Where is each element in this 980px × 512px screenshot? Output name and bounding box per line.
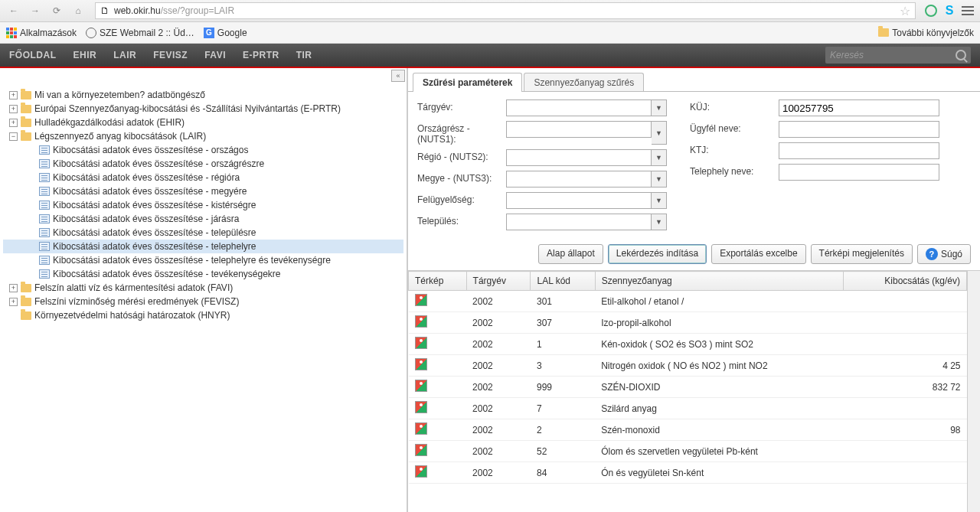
col-pollutant[interactable]: Szennyezőanyag — [595, 272, 843, 291]
cell-code: 7 — [531, 398, 595, 419]
dropdown-icon[interactable]: ▼ — [652, 192, 667, 209]
nav-lair[interactable]: LAIR — [113, 50, 136, 60]
expand-icon[interactable]: + — [9, 105, 18, 113]
map-pin-icon[interactable] — [415, 315, 427, 328]
report-icon — [39, 228, 50, 237]
dropdown-icon[interactable]: ▼ — [652, 214, 667, 230]
col-lal[interactable]: LAL kód — [531, 272, 595, 291]
bookmark-star-icon[interactable]: ☆ — [900, 4, 910, 18]
table-row[interactable]: 20023Nitrogén oxidok ( NO és NO2 ) mint … — [409, 355, 967, 377]
map-pin-icon[interactable] — [415, 337, 427, 349]
tree-item[interactable]: +Hulladékgazdálkodási adatok (EHIR) — [3, 116, 403, 129]
collapse-icon[interactable]: − — [9, 132, 18, 141]
cell-code: 84 — [531, 462, 595, 484]
tree-leaf-selected[interactable]: Kibocsátási adatok éves összesítése - te… — [3, 240, 403, 253]
tree-item[interactable]: +Felszín alatti víz és kármentesítési ad… — [3, 281, 403, 295]
map-pin-icon[interactable] — [415, 465, 427, 478]
map-button[interactable]: Térképi megjelenítés — [811, 244, 913, 264]
tree-leaf[interactable]: Kibocsátási adatok éves összesítése - or… — [3, 143, 403, 157]
url-bar[interactable]: 🗋 web.okir.hu/sse/?group=LAIR ☆ — [95, 2, 916, 19]
expand-icon[interactable]: + — [9, 91, 18, 99]
search-placeholder: Keresés — [830, 50, 956, 60]
table-row[interactable]: 200284Ón és vegyületei Sn-ként — [409, 462, 967, 484]
nav-eprtr[interactable]: E-PRTR — [243, 50, 279, 60]
globe-icon — [86, 28, 96, 38]
back-button[interactable]: ← — [5, 2, 23, 20]
nav-ehir[interactable]: EHIR — [74, 50, 97, 60]
query-button[interactable]: Lekérdezés indítása — [608, 244, 707, 264]
dropdown-icon[interactable]: ▼ — [652, 149, 667, 166]
table-row[interactable]: 2002301Etil-alkohol / etanol / — [409, 291, 967, 312]
tree-leaf[interactable]: Kibocsátási adatok éves összesítése - te… — [3, 267, 403, 281]
dropdown-icon[interactable]: ▼ — [652, 99, 667, 116]
map-pin-icon[interactable] — [415, 444, 427, 456]
tree-leaf[interactable]: Kibocsátási adatok éves összesítése - or… — [3, 157, 403, 171]
extension-circle-icon[interactable] — [923, 3, 939, 18]
input-kuj[interactable] — [779, 99, 939, 116]
input-ktj[interactable] — [779, 142, 939, 159]
apps-bookmark[interactable]: Alkalmazások — [6, 28, 77, 38]
input-nuts3[interactable] — [506, 171, 652, 188]
vertical-scrollbar[interactable] — [967, 271, 980, 512]
tab-filter-params[interactable]: Szűrési paraméterek — [413, 73, 522, 92]
tree-item[interactable]: +Felszíni vízminőség mérési eredmények (… — [3, 295, 403, 308]
report-icon — [39, 145, 50, 155]
report-icon — [39, 187, 50, 196]
input-nuts1[interactable] — [506, 121, 652, 138]
input-telepules[interactable] — [506, 214, 652, 230]
reset-button[interactable]: Alap állapot — [538, 244, 603, 264]
nav-fooldal[interactable]: FŐOLDAL — [9, 50, 57, 60]
input-telephely[interactable] — [779, 164, 939, 181]
expand-icon[interactable]: + — [9, 119, 18, 127]
input-nuts2[interactable] — [506, 149, 652, 166]
tree-item[interactable]: Környezetvédelmi hatósági határozatok (H… — [3, 308, 403, 322]
menu-icon[interactable] — [960, 3, 975, 18]
map-pin-icon[interactable] — [415, 294, 427, 306]
nav-fevisz[interactable]: FEVISZ — [153, 50, 188, 60]
input-ugyfel[interactable] — [779, 121, 939, 138]
home-button[interactable]: ⌂ — [69, 2, 87, 20]
table-row[interactable]: 2002307Izo-propil-alkohol — [409, 312, 967, 334]
map-pin-icon[interactable] — [415, 358, 427, 370]
dropdown-icon[interactable]: ▼ — [652, 171, 667, 188]
table-row[interactable]: 20021Kén-oxidok ( SO2 és SO3 ) mint SO2 — [409, 334, 967, 355]
nav-favi[interactable]: FAVI — [204, 50, 226, 60]
cell-year: 2002 — [466, 312, 531, 334]
tree-leaf[interactable]: Kibocsátási adatok éves összesítése - te… — [3, 226, 403, 240]
google-bookmark[interactable]: G Google — [204, 28, 247, 38]
col-year[interactable]: Tárgyév — [466, 272, 531, 291]
map-pin-icon[interactable] — [415, 380, 427, 392]
tree-leaf[interactable]: Kibocsátási adatok éves összesítése - te… — [3, 253, 403, 267]
table-row[interactable]: 2002999SZÉN-DIOXID832 72 — [409, 377, 967, 398]
map-pin-icon[interactable] — [415, 422, 427, 435]
tree-leaf[interactable]: Kibocsátási adatok éves összesítése - já… — [3, 212, 403, 226]
dropdown-icon[interactable]: ▼ — [652, 121, 667, 145]
tree-leaf[interactable]: Kibocsátási adatok éves összesítése - ré… — [3, 171, 403, 184]
collapse-sidebar-button[interactable]: « — [391, 70, 405, 82]
skype-icon[interactable]: S — [942, 3, 957, 18]
tree-leaf[interactable]: Kibocsátási adatok éves összesítése - ki… — [3, 198, 403, 212]
expand-icon[interactable]: + — [9, 298, 18, 306]
table-row[interactable]: 20027Szilárd anyag — [409, 398, 967, 419]
input-targyev[interactable] — [506, 99, 652, 116]
webmail-bookmark[interactable]: SZE Webmail 2 :: Üd… — [86, 28, 194, 38]
input-felugyeloseg[interactable] — [506, 192, 652, 209]
map-pin-icon[interactable] — [415, 401, 427, 413]
reload-button[interactable]: ⟳ — [47, 2, 66, 20]
col-emission[interactable]: Kibocsátás (kg/év) — [844, 272, 967, 291]
tree-item[interactable]: +Mi van a környezetemben? adatböngésző — [3, 88, 403, 102]
tree-item[interactable]: −Légszennyező anyag kibocsátások (LAIR) — [3, 129, 403, 143]
more-bookmarks[interactable]: További könyvjelzők — [878, 28, 974, 38]
expand-icon[interactable]: + — [9, 284, 18, 292]
nav-tir[interactable]: TIR — [296, 50, 312, 60]
tab-pollutant-filter[interactable]: Szennyezőanyag szűrés — [524, 73, 644, 92]
search-input[interactable]: Keresés — [825, 47, 971, 64]
tree-item[interactable]: +Európai Szennyezőanyag-kibocsátási és -… — [3, 102, 403, 116]
export-button[interactable]: Exportálás excelbe — [711, 244, 805, 264]
table-row[interactable]: 200252Ólom és szervetlen vegyületei Pb-k… — [409, 441, 967, 462]
help-button[interactable]: ? Súgó — [917, 244, 971, 264]
tree-leaf[interactable]: Kibocsátási adatok éves összesítése - me… — [3, 184, 403, 198]
forward-button[interactable]: → — [26, 2, 44, 20]
table-row[interactable]: 20022Szén-monoxid98 — [409, 419, 967, 441]
col-map[interactable]: Térkép — [409, 272, 467, 291]
